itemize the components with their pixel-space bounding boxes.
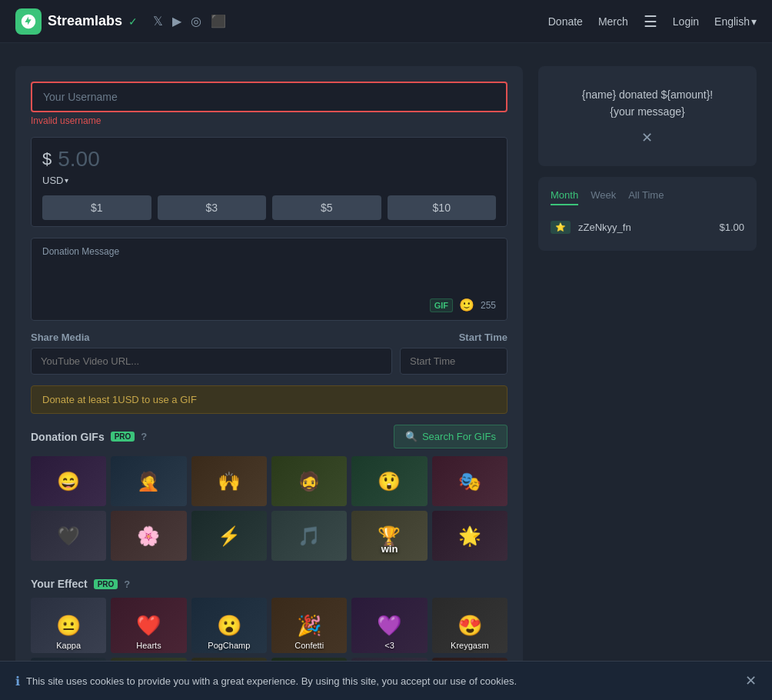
invalid-username-msg: Invalid username [31,115,507,126]
start-time-input[interactable] [400,348,507,375]
share-media-row [31,348,507,375]
effect-item-<3[interactable]: 💜 <3 [351,598,427,653]
message-section: Donation Message GIF 🙂 255 [31,238,507,321]
gifs-section-header: Donation GIFs PRO ? 🔍 Search For GIFs [31,425,507,448]
tab-alltime[interactable]: All Time [628,189,664,205]
username-section: Invalid username [31,82,507,126]
message-footer: GIF 🙂 255 [42,298,496,312]
cookie-banner: ℹ This site uses cookies to provide you … [0,661,772,700]
donation-gifs-section: Donation GIFs PRO ? 🔍 Search For GIFs 😄🤦… [31,425,507,567]
twitter-icon[interactable]: 𝕏 [153,14,163,28]
leaderboard-panel: Month Week All Time ⭐ zZeNkyy_fn $1.00 [538,177,757,251]
donate-form: Invalid username $ 5.00 USD ▾ $1 $3 $5 $… [15,66,523,700]
effect-item-pogchamp[interactable]: 😮 PogChamp [191,598,267,653]
gif-emoji: 🧔 [271,456,347,506]
donation-preview-box: {name} donated ${amount}! {your message}… [538,66,757,166]
search-gifs-label: Search For GIFs [422,431,496,442]
preset-btn-1[interactable]: $1 [42,195,151,220]
preview-close-icon[interactable]: ✕ [641,129,653,146]
lb-username: zZeNkyy_fn [578,222,711,233]
gif-item-12[interactable]: 🌟 [432,511,507,561]
gif-item-9[interactable]: ⚡ [191,511,267,561]
effect-item-kreygasm[interactable]: 😍 Kreygasm [432,598,507,653]
gif-item-8[interactable]: 🌸 [111,511,186,561]
gif-emoji: 🌟 [432,511,507,561]
effect-name-label: Kreygasm [451,641,489,650]
char-count: 255 [481,300,496,311]
right-panel: {name} donated ${amount}! {your message}… [538,66,757,700]
gif-emoji: ⚡ [191,511,267,561]
gif-button[interactable]: GIF [430,298,453,312]
gif-item-11[interactable]: 🏆win [351,511,427,561]
leaderboard-tabs: Month Week All Time [551,189,744,205]
gif-emoji: 🤦 [111,456,186,506]
preview-content: {name} donated ${amount}! {your message}… [582,86,713,147]
amount-value: 5.00 [58,147,496,172]
lb-row-0: ⭐ zZeNkyy_fn $1.00 [551,216,744,238]
your-effect-label: Your Effect [31,578,88,590]
gif-emoji: 🎭 [432,456,507,506]
gif-emoji: 😄 [31,456,106,506]
pro-badge-effects: PRO [94,579,118,589]
gif-item-7[interactable]: 🖤 [31,511,106,561]
youtube-icon[interactable]: ▶ [172,14,181,28]
gifs-help-icon[interactable]: ? [141,431,147,442]
twitch-icon[interactable]: ⬛ [211,14,226,28]
tab-week[interactable]: Week [591,189,616,205]
gif-item-2[interactable]: 🤦 [111,456,186,506]
gifs-section-title: Donation GIFs PRO ? [31,431,147,443]
start-time-label: Start Time [459,332,507,343]
preview-line2: {your message} [582,103,713,120]
brand-container: Streamlabs ✓ [15,8,138,35]
search-icon: 🔍 [405,431,418,442]
brand-name: Streamlabs [48,13,122,29]
preset-btn-4[interactable]: $10 [388,195,497,220]
cookie-close-button[interactable]: ✕ [745,672,757,689]
youtube-url-input[interactable] [31,348,392,375]
preset-btn-2[interactable]: $3 [158,195,267,220]
gif-item-3[interactable]: 🙌 [191,456,267,506]
gif-item-6[interactable]: 🎭 [432,456,507,506]
donation-gifs-label: Donation GIFs [31,431,105,443]
currency-row: USD ▾ [42,175,496,186]
effect-item-confetti[interactable]: 🎉 Confetti [271,598,347,653]
effect-help-icon[interactable]: ? [124,578,130,590]
brand-logo-svg [20,13,37,30]
tab-month[interactable]: Month [551,189,578,205]
gif-item-10[interactable]: 🎵 [271,511,347,561]
emoji-button[interactable]: 🙂 [459,298,474,312]
gif-item-4[interactable]: 🧔 [271,456,347,506]
gif-emoji: 🌸 [111,511,186,561]
effect-name-label: <3 [384,641,394,650]
nav-merch-link[interactable]: Merch [598,15,628,28]
username-input[interactable] [31,82,507,112]
social-icons-group: 𝕏 ▶ ◎ ⬛ [153,14,226,28]
instagram-icon[interactable]: ◎ [191,14,201,28]
effect-item-hearts[interactable]: ❤️ Hearts [111,598,186,653]
preview-line1: {name} donated ${amount}! [582,86,713,103]
gif-grid-row1: 😄🤦🙌🧔😲🎭🖤🌸⚡🎵🏆win🌟 [31,456,507,561]
leaderboard-entries: ⭐ zZeNkyy_fn $1.00 [551,216,744,238]
nav-donate-link[interactable]: Donate [548,15,583,28]
main-content: Invalid username $ 5.00 USD ▾ $1 $3 $5 $… [0,43,772,700]
dollar-sign: $ [42,149,52,169]
lang-label: English [714,15,750,28]
preset-btn-3[interactable]: $5 [272,195,381,220]
effect-section-title: Your Effect PRO ? [31,578,130,590]
win-label: win [351,543,427,555]
nav-login-link[interactable]: Login [673,15,699,28]
search-gifs-button[interactable]: 🔍 Search For GIFs [394,425,507,448]
gif-warning-text: Donate at least 1USD to use a GIF [42,394,197,405]
amount-input-row: $ 5.00 [42,147,496,172]
language-selector[interactable]: English ▾ [714,15,757,28]
gif-item-1[interactable]: 😄 [31,456,106,506]
effect-item-kappa[interactable]: 😐 Kappa [31,598,106,653]
amount-section: $ 5.00 USD ▾ $1 $3 $5 $10 [31,137,507,227]
hamburger-icon[interactable]: ☰ [644,12,657,31]
cookie-text-group: ℹ This site uses cookies to provide you … [15,674,517,688]
gif-item-5[interactable]: 😲 [351,456,427,506]
donation-message-input[interactable] [42,262,496,292]
currency-dropdown-arrow[interactable]: ▾ [65,176,68,185]
lang-arrow: ▾ [751,15,757,28]
info-icon: ℹ [15,674,20,688]
